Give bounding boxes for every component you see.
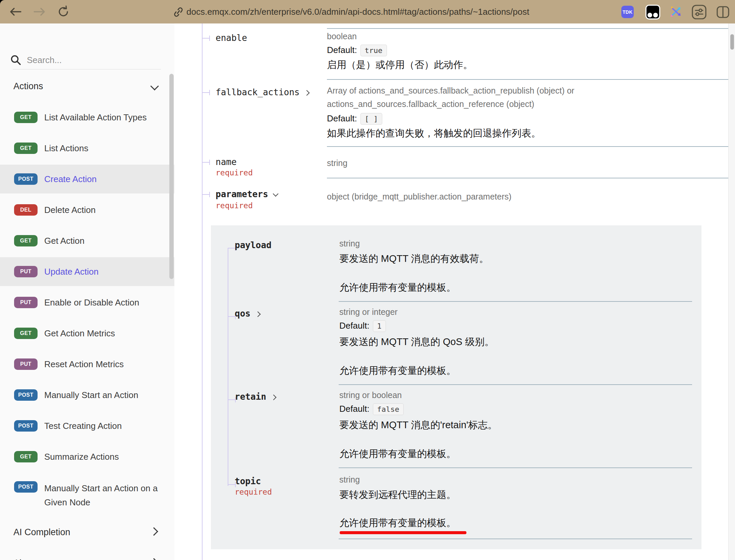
extension-arrows-icon[interactable]: [669, 5, 683, 18]
property-description: 要转发到远程代理的主题。: [339, 488, 456, 502]
property-description: 要发送的 MQTT 消息的 QoS 级别。: [339, 335, 494, 349]
sidebar-item-manually-start-an-action-on-a-given-node[interactable]: POSTManually Start an Action on a Given …: [0, 473, 174, 516]
property-name-retain[interactable]: retain: [235, 392, 276, 402]
expand-chevron-icon[interactable]: [271, 395, 276, 400]
tree-connector: [202, 192, 210, 197]
property-name-payload: payload: [235, 240, 272, 250]
tree-line-root: [202, 23, 203, 560]
property-description: 允许使用带有变量的模板。: [339, 516, 456, 530]
method-badge-get: GET: [14, 328, 38, 339]
extension-tdk-icon[interactable]: TDK: [621, 6, 634, 18]
sidebar-item-label: Delete Action: [44, 203, 96, 217]
section-header-actions[interactable]: Actions: [13, 81, 43, 92]
property-type: string or boolean: [339, 390, 402, 400]
page-scrollbar-track[interactable]: [728, 23, 735, 560]
property-name-qos[interactable]: qos: [235, 309, 260, 319]
method-badge-get: GET: [14, 143, 38, 154]
sidebar-item-list-available-action-types[interactable]: GETList Available Action Types: [0, 103, 174, 132]
required-flag: required: [235, 488, 272, 496]
default-value-chip: true: [360, 45, 387, 56]
property-description: 启用（是）或停用（否）此动作。: [327, 58, 473, 72]
settings-sliders-icon[interactable]: [691, 4, 707, 20]
tree-connector: [202, 90, 210, 95]
method-badge-put: PUT: [14, 297, 38, 308]
sidebar-item-get-action[interactable]: GETGet Action: [0, 226, 174, 255]
sidebar-item-get-action-metrics[interactable]: GETGet Action Metrics: [0, 319, 174, 348]
address-bar-url[interactable]: docs.emqx.com/zh/enterprise/v6.0/admin/a…: [186, 7, 529, 17]
property-description: 允许使用带有变量的模板。: [339, 447, 456, 461]
sidebar-item-update-action[interactable]: PUTUpdate Action: [0, 257, 174, 286]
tree-connector: [202, 160, 210, 165]
sidebar-item-delete-action[interactable]: DELDelete Action: [0, 195, 174, 224]
sidebar-item-label: Manually Start an Action: [44, 388, 138, 402]
chevron-right-icon[interactable]: [150, 558, 158, 560]
split-view-icon[interactable]: [716, 6, 730, 18]
nested-parameters-panel: [211, 225, 701, 549]
sidebar-item-summarize-actions[interactable]: GETSummarize Actions: [0, 442, 174, 471]
method-badge-get: GET: [14, 235, 38, 246]
sidebar: Actions GETList Available Action TypesGE…: [0, 23, 174, 560]
sidebar-scrollbar[interactable]: [169, 74, 174, 279]
property-description: 允许使用带有变量的模板。: [339, 364, 456, 378]
sidebar-item-manually-start-an-action[interactable]: POSTManually Start an Action: [0, 381, 174, 409]
property-type-line2: actions_and_sources.fallback_action_refe…: [327, 99, 534, 109]
sidebar-item-label: Reset Action Metrics: [44, 357, 124, 371]
chevron-right-icon[interactable]: [150, 527, 158, 536]
row-divider: [327, 178, 730, 178]
row-divider: [339, 384, 692, 385]
search-divider: [13, 69, 161, 69]
required-flag: required: [216, 201, 253, 210]
tree-connector: [202, 36, 210, 41]
section-header-ai-completion[interactable]: AI Completion: [13, 527, 70, 538]
property-name-name: name: [216, 157, 237, 167]
sidebar-item-reset-action-metrics[interactable]: PUTReset Action Metrics: [0, 350, 174, 379]
chevron-down-icon[interactable]: [150, 82, 159, 90]
property-type: string: [327, 158, 347, 168]
sidebar-item-enable-or-disable-action[interactable]: PUTEnable or Disable Action: [0, 288, 174, 317]
forward-icon[interactable]: [33, 6, 46, 17]
sidebar-item-label: Get Action Metrics: [44, 326, 115, 340]
expand-chevron-icon[interactable]: [255, 312, 261, 317]
property-type: string: [339, 475, 360, 485]
property-type: object (bridge_mqtt_publisher.action_par…: [327, 192, 511, 202]
sidebar-item-list-actions[interactable]: GETList Actions: [0, 134, 174, 163]
tree-line-nested: [228, 248, 228, 486]
collapse-chevron-icon[interactable]: [273, 191, 278, 197]
method-badge-put: PUT: [14, 358, 38, 370]
property-name-fallback-actions[interactable]: fallback_actions: [216, 87, 309, 97]
search-icon: [10, 54, 21, 66]
method-badge-post: POST: [14, 389, 38, 401]
method-badge-put: PUT: [14, 266, 38, 277]
sidebar-item-label: List Available Action Types: [44, 110, 147, 124]
method-badge-post: POST: [14, 481, 38, 493]
sidebar-item-label: Test Creating Action: [44, 419, 122, 433]
section-header-alarms[interactable]: Alarms: [13, 558, 42, 560]
property-default: Default:[ ]: [327, 113, 382, 124]
reload-icon[interactable]: [57, 5, 70, 18]
method-badge-get: GET: [14, 112, 38, 123]
sidebar-item-test-creating-action[interactable]: POSTTest Creating Action: [0, 411, 174, 440]
required-flag: required: [216, 168, 253, 177]
search-input[interactable]: [26, 53, 135, 67]
back-icon[interactable]: [9, 6, 22, 17]
row-divider: [327, 28, 730, 29]
property-type: boolean: [327, 32, 357, 41]
page-scrollbar-thumb[interactable]: [730, 34, 734, 50]
expand-chevron-icon[interactable]: [304, 90, 310, 96]
extension-robot-icon[interactable]: [645, 5, 660, 19]
sidebar-item-label: Enable or Disable Action: [44, 295, 139, 310]
property-type-line1: Array of actions_and_sources.fallback_ac…: [327, 86, 574, 96]
method-badge-post: POST: [14, 420, 38, 432]
property-type: string or integer: [339, 307, 398, 317]
method-badge-post: POST: [14, 173, 38, 185]
sidebar-item-label: Create Action: [44, 172, 97, 186]
row-divider: [339, 301, 692, 302]
sidebar-item-label: Update Action: [44, 265, 99, 279]
property-name-parameters[interactable]: parameters: [216, 189, 278, 199]
sidebar-item-label: List Actions: [44, 141, 89, 155]
default-value-chip: 1: [373, 320, 386, 332]
sidebar-item-create-action[interactable]: POSTCreate Action: [0, 165, 174, 193]
sidebar-item-label: Get Action: [44, 234, 84, 248]
sidebar-item-label: Summarize Actions: [44, 450, 119, 464]
row-divider: [339, 467, 692, 468]
